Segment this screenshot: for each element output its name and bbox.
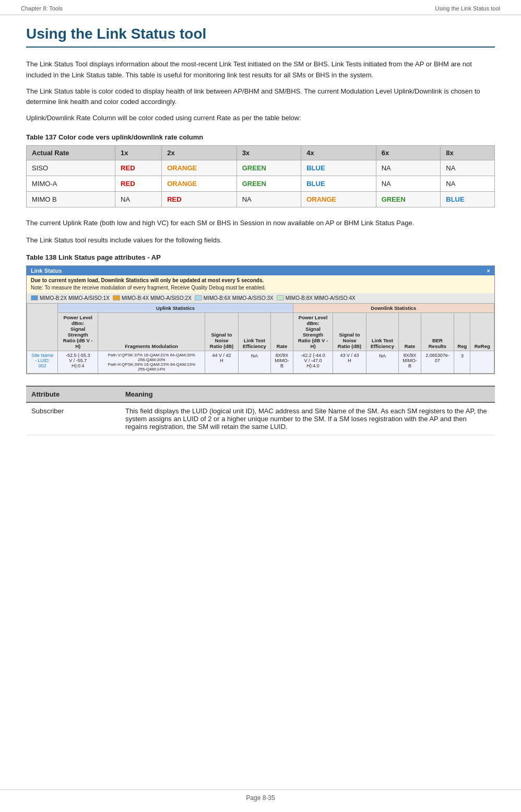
legend-color-blue (31, 295, 38, 300)
paragraph-after-table: The current Uplink Rate (both low and hi… (26, 218, 495, 229)
cell-dl-lte: NA (366, 351, 399, 373)
screenshot-close: × (487, 268, 490, 274)
color-table-cell: GREEN (236, 176, 301, 191)
color-table-cell: ORANGE (162, 176, 236, 191)
color-code-table: Actual Rate 1x 2x 3x 4x 6x 8x SISOREDORA… (26, 145, 495, 207)
legend-item-4: MIMO-B:8X MIMO-A/SISO:4X (277, 295, 356, 301)
ul-col-rate: Rate (271, 312, 293, 351)
screenshot-warning: Due to current system load, Downlink Sta… (27, 275, 494, 293)
color-table-row-label: SISO (27, 160, 115, 176)
color-table-cell: NA (376, 160, 441, 176)
cell-ber: 2.065307e-07 (421, 351, 454, 373)
dl-col-power: Power LeveldBm:SignalStrengthRatio (dB V… (293, 312, 333, 351)
page-header: Chapter 8: Tools Using the Link Status t… (0, 0, 521, 15)
downlink-stats-header: Downlink Statistics (293, 303, 494, 312)
table137-caption: Table 137 Color code vers uplink/downlin… (26, 133, 495, 141)
paragraph-3: Uplink/Downlink Rate Column will be colo… (26, 113, 495, 124)
paragraph-2: The Link Status table is color coded to … (26, 86, 495, 108)
screenshot-titlebar: Link Status × (27, 266, 494, 275)
table137-caption-label: Table 137 (26, 133, 56, 141)
attr-col-attribute: Attribute (26, 386, 120, 402)
color-table-row-label: MIMO-A (27, 176, 115, 191)
col-header-actual-rate: Actual Rate (27, 145, 115, 160)
color-table-cell: ORANGE (301, 191, 376, 207)
color-table-cell: ORANGE (162, 160, 236, 176)
cell-dl-rate: 8X/8XMIMO-B (399, 351, 421, 373)
color-table-cell: GREEN (236, 160, 301, 176)
table137-caption-text: Color code vers uplink/downlink rate col… (58, 133, 203, 141)
header-right: Using the Link Status tool (435, 5, 500, 11)
cell-dl-power: -42.2 (-44.0V / -47.0H):4.0 (293, 351, 333, 373)
col-header-4x: 4x (301, 145, 376, 160)
dl-col-snr: Signal toNoiseRatio (dB) (333, 312, 366, 351)
legend-color-orange (113, 295, 120, 300)
col-header-1x: 1x (115, 145, 162, 160)
paragraph-before-table138: The Link Status tool results include val… (26, 235, 495, 246)
color-table-cell: RED (162, 191, 236, 207)
color-table-cell: NA (236, 191, 301, 207)
paragraph-1: The Link Status Tool displays informatio… (26, 59, 495, 81)
page-title: Using the Link Status tool (26, 26, 495, 48)
legend-bar: MIMO-B:2X MIMO-A/SISO:1X MIMO-B:4X MIMO-… (27, 293, 494, 303)
legend-label-2: MIMO-B:4X MIMO-A/SISO:2X (122, 295, 192, 301)
ul-col-snr: Signal toNoiseRatio (dB) (205, 312, 238, 351)
col-header-8x: 8x (441, 145, 495, 160)
color-table-cell: RED (115, 176, 162, 191)
data-table: Uplink Statistics Downlink Statistics Po… (27, 303, 494, 374)
color-table-cell: NA (376, 176, 441, 191)
attr-row-subscriber: Subscriber This field displays the LUID … (26, 402, 495, 435)
warning-bold: Due to current system load, Downlink Sta… (31, 277, 264, 283)
uplink-stats-header: Uplink Statistics (58, 303, 293, 312)
color-table-cell: BLUE (301, 160, 376, 176)
table138-caption: Table 138 Link Status page attributes - … (26, 253, 495, 261)
table138-caption-text: Link Status page attributes - AP (58, 253, 161, 261)
color-table-cell: BLUE (441, 191, 495, 207)
color-table-cell: NA (115, 191, 162, 207)
cell-ul-snr: 44 V / 42H (205, 351, 238, 373)
legend-color-lightgreen (277, 295, 284, 300)
attr-subscriber-meaning: This field displays the LUID (logical un… (120, 402, 495, 435)
legend-color-lightblue (195, 295, 202, 300)
col-header-3x: 3x (236, 145, 301, 160)
col-subscriber (27, 303, 58, 351)
warning-note: Note: To measure the receive modulation … (31, 284, 490, 292)
cell-reg: 3 (454, 351, 470, 373)
legend-item-2: MIMO-B:4X MIMO-A/SISO:2X (113, 295, 192, 301)
cell-subscriber: Site Name- LUID:002 (27, 351, 58, 373)
legend-item-3: MIMO-B:6X MIMO-A/SISO:3X (195, 295, 274, 301)
color-table-row-label: MIMO B (27, 191, 115, 207)
cell-ul-rate: 8X/8XMIMO-B (271, 351, 293, 373)
cell-ul-lte: NA (238, 351, 271, 373)
ul-col-frag: Fragments Modulation (98, 312, 205, 351)
dl-col-rate: Rate (399, 312, 421, 351)
legend-label-1: MIMO-B:2X MIMO-A/SISO:1X (40, 295, 110, 301)
dl-col-reg: Reg (454, 312, 470, 351)
color-table-cell: NA (441, 160, 495, 176)
table-row: Site Name- LUID:002 -52.5 (-55.3V / -55.… (27, 351, 494, 373)
attr-col-meaning: Meaning (120, 386, 495, 402)
attr-subscriber-label: Subscriber (26, 402, 120, 435)
color-table-cell: RED (115, 160, 162, 176)
table138-caption-label: Table 138 (26, 253, 56, 261)
cell-ul-frag: Path V:QPSK:37% 16-QAM:21% 64-QAM:20%256… (98, 351, 205, 373)
dl-col-lte: Link TestEfficiency (366, 312, 399, 351)
cell-rereg (470, 351, 494, 373)
page-number: Page 8-35 (246, 794, 275, 802)
link-status-screenshot: Link Status × Due to current system load… (26, 265, 495, 374)
col-header-6x: 6x (376, 145, 441, 160)
col-header-2x: 2x (162, 145, 236, 160)
color-table-cell: GREEN (376, 191, 441, 207)
page-footer: Page 8-35 (0, 790, 521, 802)
legend-item-1: MIMO-B:2X MIMO-A/SISO:1X (31, 295, 110, 301)
legend-label-4: MIMO-B:8X MIMO-A/SISO:4X (286, 295, 356, 301)
dl-col-rereg: ReReg (470, 312, 494, 351)
ul-col-power: Power LeveldBm:SignalStrengthRatio (dB V… (58, 312, 98, 351)
page-content: Using the Link Status tool The Link Stat… (0, 15, 521, 467)
dl-col-ber: BERResults (421, 312, 454, 351)
header-left: Chapter 8: Tools (21, 5, 63, 11)
ul-col-lte: Link TestEfficiency (238, 312, 271, 351)
cell-dl-snr: 43 V / 43H (333, 351, 366, 373)
screenshot-title: Link Status (31, 268, 62, 274)
attribute-table: Attribute Meaning Subscriber This field … (26, 386, 495, 435)
cell-ul-power: -52.5 (-55.3V / -55.7H):0.4 (58, 351, 98, 373)
